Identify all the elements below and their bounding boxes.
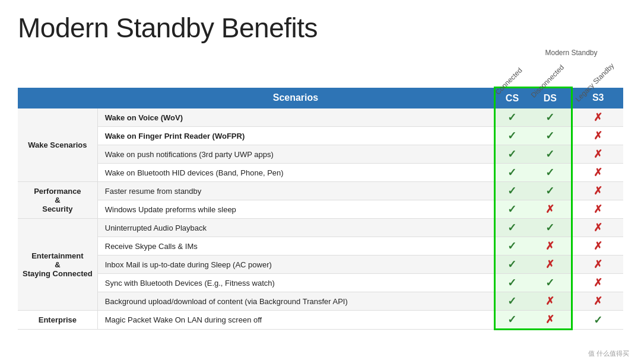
- ds-cell: ✓: [529, 274, 572, 292]
- ds-cell: ✓: [529, 127, 572, 145]
- cs-cell: ✓: [494, 182, 529, 200]
- scenarios-header: Scenarios: [97, 88, 494, 109]
- scenario-cell: Windows Update preforms while sleep: [97, 200, 494, 219]
- s3-cell: ✗: [572, 219, 623, 237]
- cs-cell: ✓: [494, 219, 529, 237]
- table-row: Background upload/download of content (v…: [18, 292, 623, 311]
- s3-cell: ✓: [572, 311, 623, 330]
- scenario-cell: Wake on Finger Print Reader (WoFPR): [97, 127, 494, 145]
- s3-cell: ✗: [572, 145, 623, 164]
- cs-cell: ✓: [494, 108, 529, 127]
- cs-cell: ✓: [494, 292, 529, 311]
- s3-cell: ✗: [572, 237, 623, 256]
- s3-cell: ✗: [572, 108, 623, 127]
- s3-cell: ✗: [572, 164, 623, 182]
- ds-cell: ✗: [529, 311, 572, 330]
- ds-cell: ✓: [529, 164, 572, 182]
- cs-cell: ✓: [494, 311, 529, 330]
- ds-cell: ✓: [529, 219, 572, 237]
- page-container: Modern Standby Benefits Modern Standby C…: [0, 0, 641, 364]
- table-body: Wake ScenariosWake on Voice (WoV)✓✓✗Wake…: [18, 108, 623, 330]
- cs-cell: ✓: [494, 145, 529, 164]
- scenario-cell: Wake on push notifications (3rd party UW…: [97, 145, 494, 164]
- scenario-cell: Uninterrupted Audio Playback: [97, 219, 494, 237]
- cs-cell: ✓: [494, 164, 529, 182]
- ds-cell: ✗: [529, 200, 572, 219]
- table-row: Wake ScenariosWake on Voice (WoV)✓✓✗: [18, 108, 623, 127]
- ds-cell: ✓: [529, 145, 572, 164]
- scenario-cell: Receive Skype Calls & IMs: [97, 237, 494, 256]
- cs-cell: ✓: [494, 237, 529, 256]
- modern-standby-label: Modern Standby: [519, 49, 623, 57]
- s3-cell: ✗: [572, 274, 623, 292]
- scenario-cell: Wake on Voice (WoV): [97, 108, 494, 127]
- ds-cell: ✗: [529, 256, 572, 274]
- category-cell: Entertainment&Staying Connected: [18, 219, 97, 311]
- s3-cell: ✗: [572, 182, 623, 200]
- cs-cell: ✓: [494, 127, 529, 145]
- table-row: Inbox Mail is up-to-date during Sleep (A…: [18, 256, 623, 274]
- empty-diag-1: [18, 51, 97, 88]
- s3-cell: ✗: [572, 127, 623, 145]
- empty-header: [18, 88, 97, 109]
- table-row: Wake on Finger Print Reader (WoFPR)✓✓✗: [18, 127, 623, 145]
- comparison-table: Connected Disconnected Legacy Standby: [18, 51, 623, 330]
- category-cell: Enterprise: [18, 311, 97, 330]
- scenario-cell: Background upload/download of content (v…: [97, 292, 494, 311]
- ds-cell: ✗: [529, 237, 572, 256]
- scenario-cell: Magic Packet Wake On LAN during screen o…: [97, 311, 494, 330]
- scenario-cell: Sync with Bluetooth Devices (E.g., Fitne…: [97, 274, 494, 292]
- ds-cell: ✓: [529, 182, 572, 200]
- page-title: Modern Standby Benefits: [18, 12, 623, 44]
- cs-cell: ✓: [494, 200, 529, 219]
- s3-cell: ✗: [572, 256, 623, 274]
- table-row: Performance&SecurityFaster resume from s…: [18, 182, 623, 200]
- table-row: Windows Update preforms while sleep✓✗✗: [18, 200, 623, 219]
- s3-cell: ✗: [572, 200, 623, 219]
- scenario-cell: Faster resume from standby: [97, 182, 494, 200]
- table-row: Wake on Bluetooth HID devices (Band, Pho…: [18, 164, 623, 182]
- watermark: 值 什么值得买: [588, 349, 629, 358]
- table-row: Entertainment&Staying ConnectedUninterru…: [18, 219, 623, 237]
- empty-diag-2: [97, 51, 494, 88]
- scenario-cell: Wake on Bluetooth HID devices (Band, Pho…: [97, 164, 494, 182]
- table-row: Wake on push notifications (3rd party UW…: [18, 145, 623, 164]
- scenario-cell: Inbox Mail is up-to-date during Sleep (A…: [97, 256, 494, 274]
- table-row: Receive Skype Calls & IMs✓✗✗: [18, 237, 623, 256]
- table-row: EnterpriseMagic Packet Wake On LAN durin…: [18, 311, 623, 330]
- table-row: Sync with Bluetooth Devices (E.g., Fitne…: [18, 274, 623, 292]
- category-cell: Wake Scenarios: [18, 108, 97, 182]
- ds-cell: ✓: [529, 108, 572, 127]
- s3-cell: ✗: [572, 292, 623, 311]
- category-cell: Performance&Security: [18, 182, 97, 219]
- cs-cell: ✓: [494, 274, 529, 292]
- ds-cell: ✗: [529, 292, 572, 311]
- cs-cell: ✓: [494, 256, 529, 274]
